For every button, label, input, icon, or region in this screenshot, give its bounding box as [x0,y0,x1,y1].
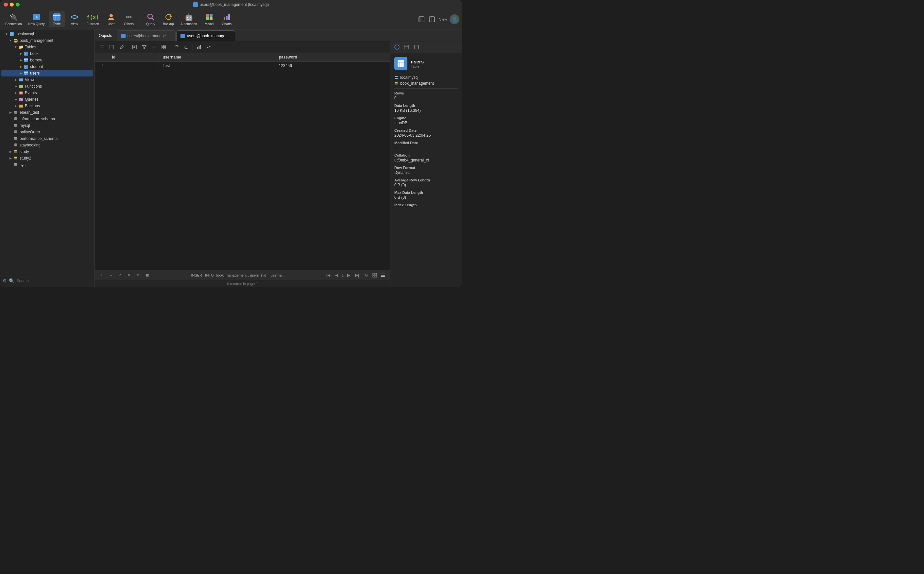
stats-btn[interactable] [204,43,213,52]
cell-username[interactable]: Test [159,62,274,70]
toolbar-backup[interactable]: Backup [160,11,177,27]
col-id[interactable]: id [108,53,159,62]
reload-btn[interactable]: ↺ [135,272,142,279]
svg-point-13 [166,14,171,20]
sidebar-item-mysql[interactable]: mysql [1,122,93,129]
indexes-tab-btn[interactable] [413,43,421,51]
last-page-btn[interactable]: ▶| [353,272,361,279]
info-tab-btn[interactable]: i [393,43,401,51]
avg-row-length-value: 0 B (0) [394,183,458,187]
sidebar-item-tables[interactable]: ▼ 📁 Tables [1,44,93,50]
sidebar-item-performance_schema[interactable]: performance_schema [1,135,93,142]
next-page-btn[interactable]: ▶ [345,272,352,279]
user-avatar[interactable]: 👤 [449,14,459,24]
window-title: users@book_management (localmysql) [193,2,269,7]
performance-schema-label: performance_schema [20,136,58,141]
toolbar-view[interactable]: View [66,11,83,27]
sidebar-item-backups[interactable]: ▶ Backups [1,102,93,109]
sidebar-item-functions[interactable]: ▶ f Functions [1,83,93,90]
table-row[interactable]: 1 Test 123456 [95,62,390,70]
sidebar-item-staybooking[interactable]: staybooking [1,142,93,148]
settings-btn[interactable]: ⚙ [363,272,370,279]
cell-password[interactable]: 123456 [274,62,390,70]
toolbar-query[interactable]: Query [143,11,159,27]
sidebar-toggle-icon[interactable] [417,15,426,24]
split-view-icon[interactable] [427,15,437,24]
sidebar-item-book_management[interactable]: ▼ book_management [1,37,93,44]
sidebar-item-onlineOrder[interactable]: onlineOrder [1,129,93,135]
chevron-right-icon: ▶ [13,90,18,95]
edit-row-btn[interactable] [117,43,126,52]
confirm-btn[interactable]: ✓ [117,272,124,279]
minimize-button[interactable] [10,3,14,6]
prev-page-btn[interactable]: ◀ [333,272,341,279]
toolbar-table[interactable]: Table [49,11,65,27]
views-folder-icon [18,77,24,82]
sidebar-item-localmysql[interactable]: ▼ localmysql [1,31,93,37]
table-icon [24,51,29,56]
refresh-btn[interactable] [172,43,181,52]
remove-record-btn[interactable]: − [107,272,114,279]
toolbar-connection[interactable]: 🔌 Connection [3,11,25,27]
stop-btn[interactable]: ⏹ [144,272,151,279]
sidebar-item-information_schema[interactable]: information_schema [1,116,93,122]
chart-btn[interactable] [194,43,204,52]
svg-rect-75 [164,45,166,47]
titlebar: users@book_management (localmysql) [0,0,462,9]
toolbar-function[interactable]: f(x) Function [84,11,102,27]
sidebar-item-ebean_test[interactable]: ▶ ebean_test [1,109,93,116]
col-password[interactable]: password [274,53,390,62]
col-username[interactable]: username [159,53,274,62]
content-wrapper: Objects users@book_manageme... users@boo… [95,29,462,287]
sidebar-item-views[interactable]: ▶ Views [1,76,93,83]
toolbar-user[interactable]: User [103,11,119,27]
grid-btn[interactable] [159,43,169,52]
sidebar-item-sys[interactable]: sys [1,161,93,168]
add-record-btn[interactable]: + [98,272,105,279]
toolbar-automation[interactable]: 🤖 Automation [178,11,200,27]
folder-icon: 📁 [18,44,24,50]
delete-row-btn[interactable] [107,43,117,52]
tab-2[interactable]: users@book_manageme... [176,30,235,41]
tab-objects[interactable]: Objects [95,30,116,41]
svg-rect-32 [24,52,28,55]
first-page-btn[interactable]: |◀ [325,272,332,279]
svg-rect-77 [164,47,166,49]
svg-rect-82 [200,45,201,49]
filter-btn[interactable] [140,43,149,52]
grid-view-btn[interactable] [371,272,378,279]
sidebar-item-events[interactable]: ▶ Events [1,90,93,96]
tab-1[interactable]: users@book_manageme... [117,30,176,41]
sidebar-item-student[interactable]: ▶ student [1,63,93,70]
sidebar-item-users[interactable]: ▶ users [1,70,93,76]
import-btn[interactable] [130,43,139,52]
created-date-info: Created Date 2024-05-03 22:04:26 [394,128,458,138]
sidebar-item-borrow[interactable]: ▶ borrow [1,57,93,63]
sidebar-item-study2[interactable]: ▶ study2 [1,155,93,161]
tab1-icon [121,34,126,38]
close-button[interactable] [4,3,8,6]
cancel-edit-btn[interactable]: ✕ [126,272,133,279]
fields-tab-btn[interactable] [403,43,411,51]
maximize-button[interactable] [16,3,20,6]
toolbar-others[interactable]: Others [121,11,137,27]
ebean-test-label: ebean_test [20,110,39,115]
svg-rect-81 [199,46,200,49]
table-info-header: users Table [394,57,458,70]
toolbar-charts[interactable]: Charts [219,11,235,27]
sidebar-item-study[interactable]: ▶ study [1,148,93,155]
view-icon [70,13,79,22]
sidebar-item-queries[interactable]: ▶ Queries [1,96,93,102]
sort-btn[interactable] [150,43,159,52]
add-row-btn[interactable] [98,43,107,52]
toolbar-model[interactable]: Model [201,11,218,27]
sidebar-item-book[interactable]: ▶ book [1,50,93,57]
cell-id[interactable] [108,62,159,70]
toolbar-new-query[interactable]: ✎ New Query [26,11,47,27]
list-view-btn[interactable] [380,272,387,279]
settings-icon[interactable]: ⚙ [3,278,7,284]
search-input[interactable] [16,279,92,283]
svg-rect-99 [397,60,404,67]
tables-label: Tables [25,45,36,49]
back-btn[interactable] [182,43,191,52]
